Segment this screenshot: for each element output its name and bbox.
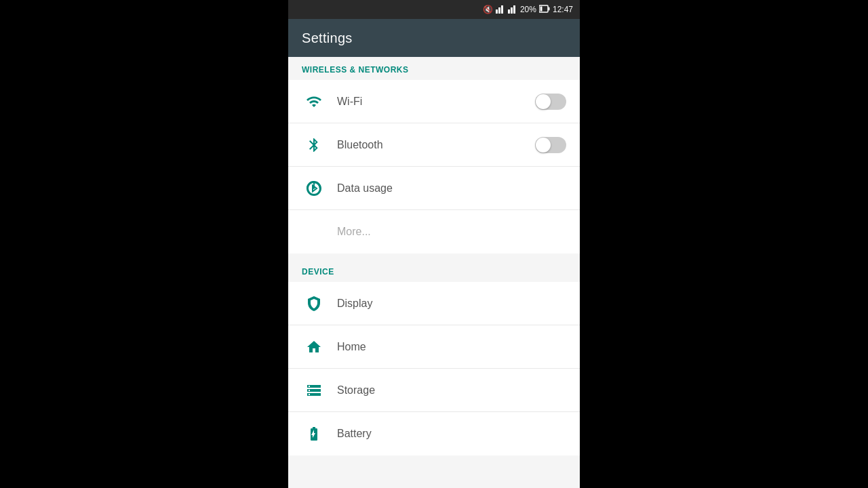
data-usage-icon [302, 180, 326, 197]
battery-settings-icon [302, 426, 326, 442]
wifi-icon [302, 94, 326, 110]
settings-item-home[interactable]: Home [288, 325, 580, 369]
storage-icon [302, 382, 326, 399]
svg-rect-2 [501, 5, 503, 14]
home-label: Home [337, 341, 566, 353]
battery-icon [539, 5, 550, 15]
settings-item-data-usage[interactable]: Data usage [288, 167, 580, 210]
display-label: Display [337, 298, 566, 310]
mute-icon: 🔇 [483, 5, 493, 14]
svg-rect-3 [508, 9, 510, 14]
wifi-toggle[interactable] [535, 94, 566, 110]
settings-item-wifi[interactable]: Wi-Fi [288, 80, 580, 123]
battery-label: Battery [337, 428, 566, 440]
home-icon [302, 339, 326, 355]
phone-container: 🔇 20% [288, 0, 580, 488]
settings-item-bluetooth[interactable]: Bluetooth [288, 123, 580, 167]
wifi-label: Wi-Fi [337, 96, 535, 108]
section-device: DEVICE Display [288, 259, 580, 455]
display-icon [302, 296, 326, 312]
battery-percent: 20% [520, 5, 536, 14]
status-bar: 🔇 20% [288, 0, 580, 19]
device-items: Display Home [288, 282, 580, 455]
settings-item-display[interactable]: Display [288, 282, 580, 325]
status-icons: 🔇 20% [483, 4, 573, 16]
wireless-items: Wi-Fi Bluetooth [288, 80, 580, 253]
svg-rect-0 [496, 9, 498, 14]
svg-rect-1 [498, 7, 500, 14]
settings-item-more[interactable]: More... [288, 210, 580, 253]
bluetooth-toggle[interactable] [535, 137, 566, 153]
page-title: Settings [302, 30, 353, 46]
data-usage-label: Data usage [337, 182, 566, 195]
svg-rect-7 [540, 6, 542, 11]
section-wireless: WIRELESS & NETWORKS Wi-Fi [288, 57, 580, 253]
svg-rect-4 [511, 7, 513, 14]
settings-item-battery[interactable]: Battery [288, 412, 580, 455]
settings-item-storage[interactable]: Storage [288, 369, 580, 412]
more-label: More... [337, 226, 566, 238]
storage-label: Storage [337, 384, 566, 396]
app-bar: Settings [288, 19, 580, 57]
time: 12:47 [553, 5, 573, 14]
section-header-device: DEVICE [288, 259, 580, 282]
bluetooth-label: Bluetooth [337, 139, 535, 151]
section-header-wireless: WIRELESS & NETWORKS [288, 57, 580, 80]
svg-rect-8 [548, 7, 549, 10]
bluetooth-icon [302, 137, 326, 153]
signal-icon2 [508, 4, 517, 16]
signal-icon [496, 4, 505, 16]
svg-rect-5 [513, 5, 515, 14]
settings-content: WIRELESS & NETWORKS Wi-Fi [288, 57, 580, 461]
